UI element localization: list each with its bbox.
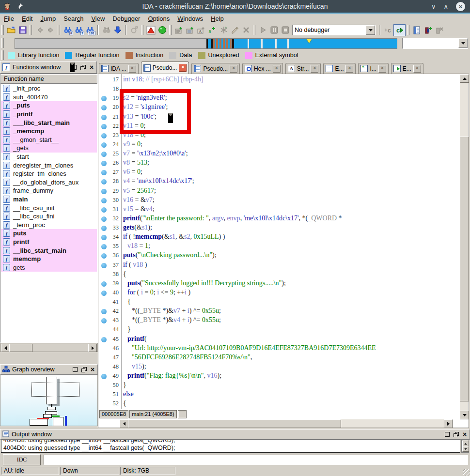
create-data-button[interactable] <box>185 25 196 36</box>
panel-close-button[interactable]: × <box>462 431 468 437</box>
panel-restore-button[interactable] <box>80 64 86 70</box>
code-line[interactable]: 46"Url: http://your-vm-ip/3AC04107109B0A… <box>98 344 460 353</box>
quick-compile-button[interactable]: c <box>382 25 393 36</box>
hscroll-thumb[interactable] <box>9 344 32 352</box>
tab-close-button[interactable]: × <box>230 65 237 73</box>
tab[interactable]: I...× <box>358 63 388 74</box>
scroll-right-button[interactable] <box>88 344 97 352</box>
band-position-arrow[interactable] <box>307 39 312 43</box>
minimize-button[interactable]: ∨ <box>431 3 436 10</box>
search-binary-button[interactable]: # <box>62 25 73 36</box>
code-line[interactable]: 41{ <box>98 298 460 307</box>
toolbar-grip[interactable] <box>30 25 32 35</box>
search-immediate-button[interactable]: 101 <box>84 25 95 36</box>
function-row[interactable]: fsub_400470 <box>1 93 97 102</box>
navigate-forward-button[interactable] <box>45 25 56 36</box>
panel-restore-button[interactable] <box>453 431 459 437</box>
code-line[interactable]: 28v4 = 'me\x10l\x14dc\x17'; <box>98 177 460 186</box>
function-row[interactable]: f__libc_start_main <box>1 246 97 255</box>
code-line[interactable]: 50} <box>98 381 460 390</box>
code-line[interactable]: 24v9 = 0; <box>98 140 460 150</box>
tab[interactable]: Pseudo...× <box>141 61 189 74</box>
title-bar[interactable]: IDA - crackmeifucan Z:\home\anon\Downloa… <box>0 0 470 14</box>
create-struct-dropdown-icon[interactable] <box>70 62 75 72</box>
tab[interactable]: IDA ...× <box>99 63 139 74</box>
menu-file[interactable]: File <box>0 15 18 23</box>
panel-restore-button[interactable] <box>81 367 87 372</box>
search-text-button[interactable]: T <box>73 25 84 36</box>
scroll-up-button[interactable] <box>460 74 469 83</box>
navigate-back-button[interactable] <box>34 25 45 36</box>
function-row[interactable]: fderegister_tm_clones <box>1 161 97 169</box>
menu-view[interactable]: View <box>87 15 109 23</box>
function-row[interactable]: f__do_global_dtors_aux <box>1 178 97 187</box>
function-row[interactable]: f__libc_csu_init <box>1 203 97 212</box>
tab-close-button[interactable]: × <box>378 65 386 73</box>
edit-comment-button[interactable] <box>229 25 240 36</box>
code-line[interactable]: 33gets(&s1); <box>98 224 460 233</box>
code-line[interactable]: 25v7 = '\x13\n2;\x10#0\a'; <box>98 150 460 159</box>
output-log[interactable]: 4004D8: using guessed type __int64 __fas… <box>1 440 460 453</box>
function-row[interactable]: f_puts <box>1 101 97 110</box>
menu-debugger[interactable]: Debugger <box>109 15 144 23</box>
breakpoint-add-button[interactable] <box>423 25 434 36</box>
code-line[interactable]: 30v16 = &v7; <box>98 196 460 205</box>
toolbar-grip[interactable] <box>1 25 4 35</box>
code-line[interactable]: 31v15 = &v4; <box>98 205 460 215</box>
code-line[interactable]: 49printf("Flag: flag{%s}\n\n", v16); <box>98 372 460 381</box>
patch-asterisk-button[interactable] <box>218 25 229 36</box>
debugger-selector-dropdown-icon[interactable] <box>366 25 375 35</box>
scroll-down-button[interactable] <box>460 411 469 419</box>
code-line[interactable]: 52{ <box>98 399 460 409</box>
function-row[interactable]: f__libc_csu_fini <box>1 212 97 221</box>
code-line[interactable]: 44} <box>98 325 460 335</box>
tab-close-button[interactable]: × <box>273 65 281 73</box>
open-notebook-button[interactable] <box>411 25 423 36</box>
pseudocode-editor[interactable]: 17int v18; // [rsp+6Ch] [rbp-4h]1819s2 =… <box>98 74 460 410</box>
function-row[interactable]: fmain <box>1 195 97 204</box>
create-string-button[interactable]: A <box>196 25 207 36</box>
function-row[interactable]: f_gets <box>1 144 97 153</box>
function-row[interactable]: fprintf <box>1 238 97 246</box>
code-line[interactable]: 37if ( v18 ) <box>98 261 460 270</box>
code-line[interactable]: 43*((_BYTE *)&v4 + i) ^= 0x55u; <box>98 316 460 325</box>
tab[interactable]: Pseudo...× <box>191 63 240 74</box>
create-code-button[interactable] <box>173 25 185 36</box>
function-row[interactable]: f_memcmp <box>1 127 97 136</box>
function-name-column-header[interactable]: Function name <box>0 74 97 84</box>
pseudocode-hscrollbar[interactable] <box>120 419 453 428</box>
lock-search-icon[interactable] <box>128 25 140 36</box>
toolbar-grip[interactable] <box>407 25 409 35</box>
graph-overview-canvas[interactable] <box>0 375 98 426</box>
function-row[interactable]: f_printf <box>1 110 97 119</box>
code-line[interactable]: 27v6 = 0; <box>98 168 460 177</box>
debugger-selector[interactable]: No debugger <box>292 25 376 35</box>
problem-list-button[interactable] <box>145 25 157 36</box>
toolbar-grip[interactable] <box>141 25 143 35</box>
pseudocode-pane[interactable]: 17int v18; // [rsp+6Ch] [rbp-4h]1819s2 =… <box>98 74 469 428</box>
menu-help[interactable]: Help <box>207 15 228 23</box>
toolbar-grip[interactable] <box>253 25 255 35</box>
tab-close-button[interactable]: × <box>311 65 318 73</box>
pseudocode-vscrollbar[interactable] <box>460 74 468 419</box>
tab[interactable]: Hex ...× <box>242 63 283 74</box>
resize-grip[interactable] <box>463 469 470 476</box>
scroll-right-button[interactable] <box>444 419 453 428</box>
functions-window-header[interactable]: f Functions window × <box>0 61 97 74</box>
code-line[interactable]: 38{ <box>98 270 460 279</box>
debugger-start-button[interactable] <box>257 25 268 36</box>
hscroll-thumb[interactable] <box>128 419 341 428</box>
code-line[interactable]: 17int v18; // [rsp+6Ch] [rbp-4h] <box>98 76 460 85</box>
function-row[interactable]: fputs <box>1 229 97 238</box>
band-address-combobox[interactable] <box>402 38 468 49</box>
graph-overview-header[interactable]: Graph overview × <box>0 364 98 375</box>
menu-windows[interactable]: Windows <box>173 15 207 23</box>
create-struct-button[interactable]: s <box>207 25 218 36</box>
maximize-button[interactable]: ∧ <box>443 3 448 10</box>
band-grip[interactable] <box>1 38 4 48</box>
code-line[interactable]: 47"56DFCF69286E282748FB5124F70%s/\n", <box>98 353 460 363</box>
code-line[interactable]: 45printf( <box>98 335 460 344</box>
tab-close-button[interactable]: × <box>345 65 353 73</box>
run-script-button[interactable]: c <box>393 24 406 36</box>
function-row[interactable]: f_init_proc <box>1 84 97 93</box>
